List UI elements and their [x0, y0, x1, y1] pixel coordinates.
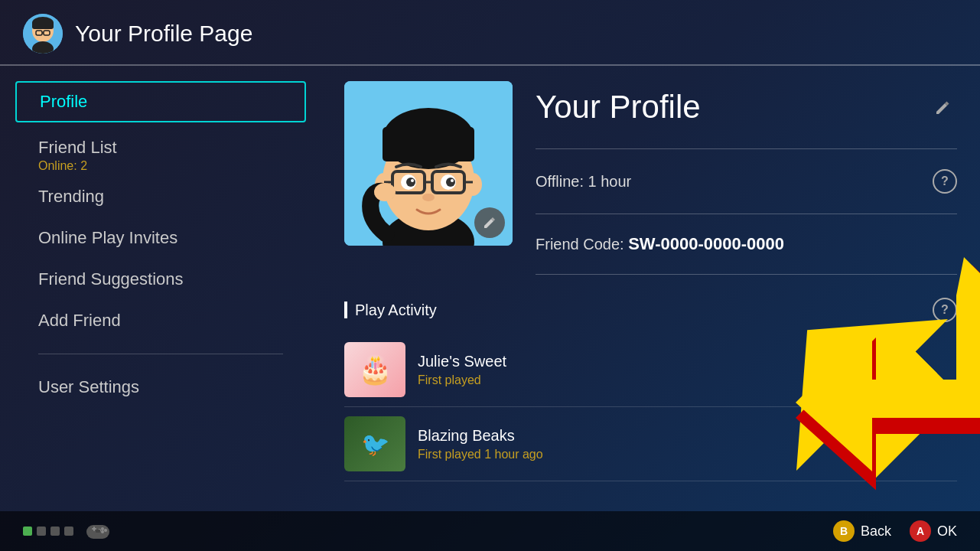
sidebar: Profile Friend List Online: 2 Trending O…	[0, 66, 321, 508]
friend-code-row: Friend Code: SW-0000-0000-0000	[536, 222, 957, 266]
game-sub-julies: First played	[418, 373, 506, 387]
dot-2	[37, 527, 46, 536]
back-label: Back	[861, 523, 891, 540]
svg-rect-4	[32, 21, 54, 29]
profile-section-title: Your Profile	[536, 89, 701, 126]
game-title-julies: Julie's Sweet	[418, 353, 506, 370]
b-button-circle: B	[833, 520, 855, 542]
game-thumb-blazing: 🐦	[344, 416, 405, 471]
footer-left	[23, 520, 113, 542]
sidebar-item-online-play-invites[interactable]: Online Play Invites	[0, 217, 321, 259]
svg-point-27	[451, 179, 454, 182]
sidebar-item-user-settings[interactable]: User Settings	[0, 367, 321, 408]
svg-point-16	[464, 173, 482, 196]
mii-avatar-box	[344, 81, 513, 246]
ok-label: OK	[937, 523, 957, 540]
dot-3	[50, 527, 60, 536]
mii-edit-button[interactable]	[474, 207, 505, 238]
svg-point-29	[374, 183, 396, 201]
friend-code-value: SW-0000-0000-0000	[628, 234, 784, 253]
svg-rect-42	[96, 530, 100, 533]
friend-list-online-count: Online: 2	[38, 159, 283, 173]
svg-point-39	[104, 529, 107, 532]
activity-help-icon[interactable]: ?	[933, 298, 957, 322]
page-dots	[23, 527, 73, 536]
game-item-blazing[interactable]: 🐦 Blazing Beaks First played 1 hour ago	[344, 407, 957, 481]
main-content: Profile Friend List Online: 2 Trending O…	[0, 66, 980, 508]
dot-1	[23, 527, 32, 536]
ok-button[interactable]: A OK	[910, 520, 957, 542]
play-activity-title: Play Activity	[344, 302, 437, 319]
game-thumb-julies: 🎂	[344, 342, 405, 397]
sidebar-item-profile[interactable]: Profile	[15, 81, 306, 122]
section-bar	[344, 302, 347, 318]
divider-3	[536, 274, 957, 275]
page-title: Your Profile Page	[75, 21, 252, 47]
header: Your Profile Page	[0, 0, 980, 65]
svg-point-23	[406, 178, 415, 187]
game-sub-blazing: First played 1 hour ago	[418, 448, 543, 461]
sidebar-divider	[38, 354, 283, 354]
divider-1	[536, 148, 957, 149]
header-avatar	[23, 14, 63, 54]
svg-point-28	[422, 194, 435, 201]
svg-point-41	[101, 530, 104, 533]
profile-top-section: Your Profile Offline: 1 hour ?	[344, 81, 957, 282]
profile-title-row: Your Profile	[536, 89, 957, 126]
dot-4	[64, 527, 73, 536]
svg-point-38	[101, 527, 104, 530]
sidebar-item-add-friend[interactable]: Add Friend	[0, 300, 321, 341]
svg-point-24	[411, 179, 414, 182]
friend-code-display: Friend Code: SW-0000-0000-0000	[536, 234, 784, 254]
profile-edit-icon[interactable]	[930, 93, 957, 121]
game-title-blazing: Blazing Beaks	[418, 427, 543, 445]
svg-rect-14	[383, 127, 474, 161]
sidebar-item-friend-suggestions[interactable]: Friend Suggestions	[0, 259, 321, 300]
game-info-julies: Julie's Sweet First played	[418, 353, 506, 387]
svg-point-26	[446, 178, 455, 187]
sidebar-item-trending[interactable]: Trending	[0, 176, 321, 217]
footer: B Back A OK	[0, 511, 980, 551]
game-item-julies[interactable]: 🎂 Julie's Sweet First played	[344, 333, 957, 407]
svg-rect-37	[93, 527, 95, 531]
a-button-circle: A	[910, 520, 931, 542]
status-help-icon[interactable]: ?	[933, 169, 957, 194]
divider-2	[536, 214, 957, 214]
offline-status: Offline: 1 hour	[536, 173, 631, 191]
offline-status-row: Offline: 1 hour ?	[536, 157, 957, 206]
content-area: Your Profile Offline: 1 hour ?	[321, 66, 980, 508]
footer-right: B Back A OK	[833, 520, 957, 542]
profile-info-panel: Your Profile Offline: 1 hour ?	[536, 81, 957, 282]
play-activity-section: Play Activity ? 🎂 Julie's Sweet First pl…	[344, 298, 957, 481]
back-button[interactable]: B Back	[833, 520, 891, 542]
sidebar-item-friend-list[interactable]: Friend List Online: 2	[0, 130, 321, 176]
controller-icon	[83, 520, 113, 542]
game-info-blazing: Blazing Beaks First played 1 hour ago	[418, 427, 543, 461]
play-activity-header: Play Activity ?	[344, 298, 957, 322]
